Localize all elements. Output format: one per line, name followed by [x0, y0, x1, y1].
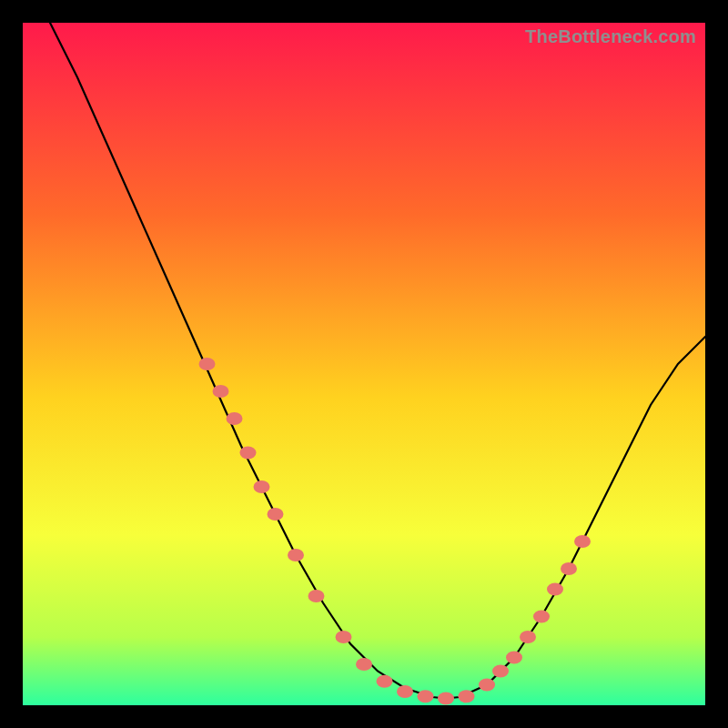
curve-marker	[479, 679, 495, 692]
chart-frame: TheBottleneck.com	[23, 23, 705, 705]
curve-marker	[288, 549, 304, 561]
curve-marker	[574, 535, 591, 548]
gradient-background	[23, 23, 705, 705]
curve-marker	[459, 690, 475, 703]
curve-marker	[240, 447, 257, 460]
curve-marker	[561, 562, 577, 575]
curve-marker	[377, 675, 393, 688]
curve-marker	[199, 358, 216, 370]
curve-marker	[492, 665, 509, 678]
curve-marker	[520, 631, 536, 643]
curve-marker	[356, 658, 372, 671]
curve-marker	[438, 693, 454, 705]
curve-marker	[533, 611, 550, 623]
curve-marker	[418, 690, 434, 703]
curve-marker	[397, 685, 413, 698]
curve-marker	[506, 652, 522, 664]
curve-marker	[308, 590, 325, 602]
bottleneck-chart	[23, 23, 705, 705]
curve-marker	[227, 412, 243, 425]
curve-marker	[547, 583, 563, 596]
curve-marker	[268, 508, 284, 521]
curve-marker	[336, 631, 352, 643]
curve-marker	[254, 480, 270, 493]
watermark-text: TheBottleneck.com	[525, 26, 696, 47]
curve-marker	[213, 385, 229, 398]
